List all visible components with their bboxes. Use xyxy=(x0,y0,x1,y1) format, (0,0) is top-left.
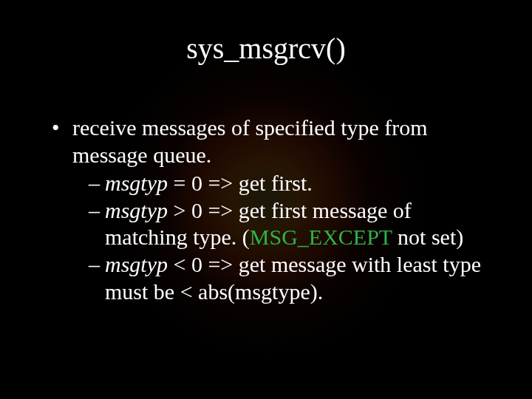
sub-a-lead: msgtyp xyxy=(105,171,168,195)
sub-b-tail: not set) xyxy=(392,225,464,249)
sub-list: – msgtyp = 0 => get first. – msgtyp > 0 … xyxy=(89,170,488,305)
dash-icon: – xyxy=(89,197,105,225)
dash-icon: – xyxy=(89,251,105,279)
sub-text-a: msgtyp = 0 => get first. xyxy=(105,170,488,197)
sub-b-lead: msgtyp xyxy=(105,198,168,222)
bullet-text: receive messages of specified type from … xyxy=(72,115,488,168)
sub-item-c: – msgtyp < 0 => get message with least t… xyxy=(89,251,488,305)
sub-item-a: – msgtyp = 0 => get first. xyxy=(89,170,488,197)
sub-a-rest: = 0 => get first. xyxy=(168,171,313,195)
sub-text-c: msgtyp < 0 => get message with least typ… xyxy=(105,251,488,305)
sub-text-b: msgtyp > 0 => get first message of match… xyxy=(105,197,488,251)
sub-b-green: MSG_EXCEPT xyxy=(250,225,392,249)
slide-title: sys_msgrcv() xyxy=(0,31,532,66)
bullet-dot-icon: • xyxy=(52,115,72,142)
sub-c-lead: msgtyp xyxy=(105,252,168,276)
dash-icon: – xyxy=(89,170,105,197)
slide-body: • receive messages of specified type fro… xyxy=(52,115,488,305)
bullet-item: • receive messages of specified type fro… xyxy=(52,115,488,168)
sub-item-b: – msgtyp > 0 => get first message of mat… xyxy=(89,197,488,251)
